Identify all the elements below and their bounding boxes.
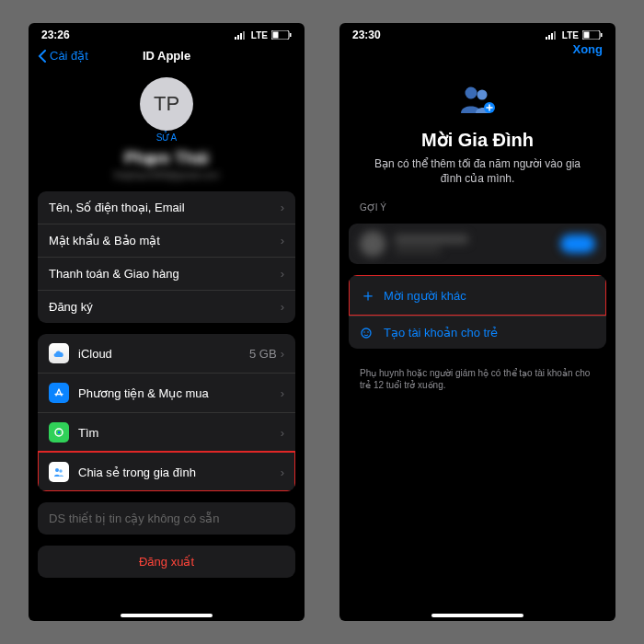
nav-bar: Xong bbox=[339, 43, 615, 58]
edit-avatar[interactable]: SỬA bbox=[38, 132, 295, 143]
group-services: iCloud 5 GB › Phương tiện & Mục mua › Tì… bbox=[38, 334, 295, 491]
svg-rect-14 bbox=[554, 31, 556, 40]
svg-point-18 bbox=[466, 87, 477, 99]
signal-icon bbox=[546, 30, 558, 40]
profile-name: Phạm Thái bbox=[38, 148, 295, 168]
chevron-right-icon: › bbox=[281, 466, 284, 479]
nav-bar: Cài đặt ID Apple bbox=[29, 43, 305, 72]
group-account: Tên, Số điện thoại, Email › Mật khẩu & B… bbox=[38, 191, 295, 323]
group-suggestions bbox=[349, 224, 606, 264]
svg-point-21 bbox=[362, 328, 371, 338]
svg-rect-3 bbox=[243, 31, 245, 40]
svg-point-10 bbox=[59, 469, 62, 472]
hero-title: Mời Gia Đình bbox=[358, 129, 597, 151]
chevron-right-icon: › bbox=[281, 347, 284, 361]
done-button[interactable]: Xong bbox=[573, 42, 604, 56]
sign-out-button[interactable]: Đăng xuất bbox=[38, 546, 295, 578]
carrier-label: LTE bbox=[562, 30, 579, 40]
svg-point-8 bbox=[58, 431, 60, 433]
invite-others-button[interactable]: ＋ Mời người khác bbox=[349, 275, 606, 316]
create-child-account-button[interactable]: Tạo tài khoản cho trẻ bbox=[349, 316, 606, 349]
chevron-right-icon: › bbox=[281, 426, 284, 440]
svg-rect-6 bbox=[290, 33, 292, 37]
battery-icon bbox=[582, 30, 603, 40]
svg-point-9 bbox=[55, 468, 59, 472]
svg-rect-12 bbox=[548, 35, 550, 40]
content-area: TP SỬA Phạm Thái thaiphạm999@gmail.com T… bbox=[29, 72, 305, 610]
hero: Mời Gia Đình Bạn có thể thêm tối đa năm … bbox=[358, 84, 597, 186]
svg-point-23 bbox=[367, 331, 369, 333]
row-family-sharing[interactable]: Chia sẻ trong gia đình › bbox=[38, 452, 295, 491]
back-button[interactable]: Cài đặt bbox=[38, 49, 88, 63]
home-indicator[interactable] bbox=[431, 614, 523, 617]
svg-rect-17 bbox=[601, 33, 603, 37]
status-indicators: LTE bbox=[546, 30, 603, 40]
status-time: 23:30 bbox=[352, 29, 381, 41]
avatar[interactable]: TP bbox=[140, 77, 193, 131]
child-account-icon bbox=[360, 327, 376, 339]
svg-point-22 bbox=[363, 331, 365, 333]
family-icon bbox=[49, 462, 69, 482]
screen-apple-id: 23:26 LTE Cài đặt ID Apple TP SỬA Phạm T… bbox=[29, 23, 305, 621]
row-subscriptions[interactable]: Đăng ký › bbox=[38, 290, 295, 323]
svg-rect-2 bbox=[240, 33, 242, 40]
svg-rect-1 bbox=[237, 35, 239, 40]
status-time: 23:26 bbox=[41, 29, 70, 41]
battery-icon bbox=[271, 30, 292, 40]
row-find-my[interactable]: Tìm › bbox=[38, 412, 295, 452]
chevron-right-icon: › bbox=[281, 201, 284, 214]
suggestions-header: GỢI Ý bbox=[360, 202, 606, 213]
findmy-icon bbox=[49, 422, 69, 443]
row-password-security[interactable]: Mật khẩu & Bảo mật › bbox=[38, 224, 295, 257]
family-add-icon bbox=[457, 84, 498, 117]
carrier-label: LTE bbox=[251, 30, 268, 40]
group-actions: ＋ Mời người khác Tạo tài khoản cho trẻ bbox=[349, 275, 606, 349]
profile-block: TP SỬA Phạm Thái thaiphạm999@gmail.com bbox=[38, 77, 295, 180]
status-bar: 23:26 LTE bbox=[29, 23, 305, 43]
chevron-right-icon: › bbox=[281, 386, 284, 400]
svg-rect-0 bbox=[235, 37, 236, 40]
appstore-icon bbox=[49, 383, 69, 403]
chevron-left-icon bbox=[38, 50, 47, 63]
content-area: Mời Gia Đình Bạn có thể thêm tối đa năm … bbox=[339, 58, 615, 610]
back-label: Cài đặt bbox=[50, 49, 88, 63]
row-icloud[interactable]: iCloud 5 GB › bbox=[38, 334, 295, 373]
page-title: ID Apple bbox=[143, 49, 190, 63]
svg-point-19 bbox=[477, 90, 488, 100]
invite-suggestion-button[interactable] bbox=[560, 235, 595, 253]
plus-icon: ＋ bbox=[360, 284, 376, 306]
suggestion-avatar bbox=[360, 231, 385, 257]
svg-rect-11 bbox=[546, 37, 547, 40]
svg-rect-16 bbox=[584, 32, 590, 39]
chevron-right-icon: › bbox=[281, 234, 284, 247]
chevron-right-icon: › bbox=[281, 267, 284, 281]
svg-rect-13 bbox=[551, 33, 553, 40]
status-indicators: LTE bbox=[235, 30, 292, 40]
row-payment-shipping[interactable]: Thanh toán & Giao hàng › bbox=[38, 257, 295, 290]
chevron-right-icon: › bbox=[281, 300, 284, 314]
row-media-purchases[interactable]: Phương tiện & Mục mua › bbox=[38, 373, 295, 412]
profile-email: thaiphạm999@gmail.com bbox=[38, 170, 295, 180]
icloud-storage: 5 GB bbox=[249, 347, 277, 361]
hero-subtitle: Bạn có thể thêm tối đa năm người vào gia… bbox=[358, 156, 597, 186]
trusted-devices: DS thiết bị tin cậy không có sẵn bbox=[38, 502, 295, 535]
row-name-phone-email[interactable]: Tên, Số điện thoại, Email › bbox=[38, 191, 295, 224]
signal-icon bbox=[235, 30, 247, 40]
home-indicator[interactable] bbox=[121, 614, 213, 617]
status-bar: 23:30 LTE bbox=[339, 23, 615, 43]
suggestion-row[interactable] bbox=[349, 224, 606, 264]
svg-rect-5 bbox=[273, 32, 279, 39]
footer-note: Phụ huynh hoặc người giám hộ có thể tạo … bbox=[349, 360, 606, 398]
icloud-icon bbox=[49, 343, 69, 363]
screen-invite-family: 23:30 LTE Xong Mời Gia Đình Bạn có thể bbox=[339, 23, 615, 621]
